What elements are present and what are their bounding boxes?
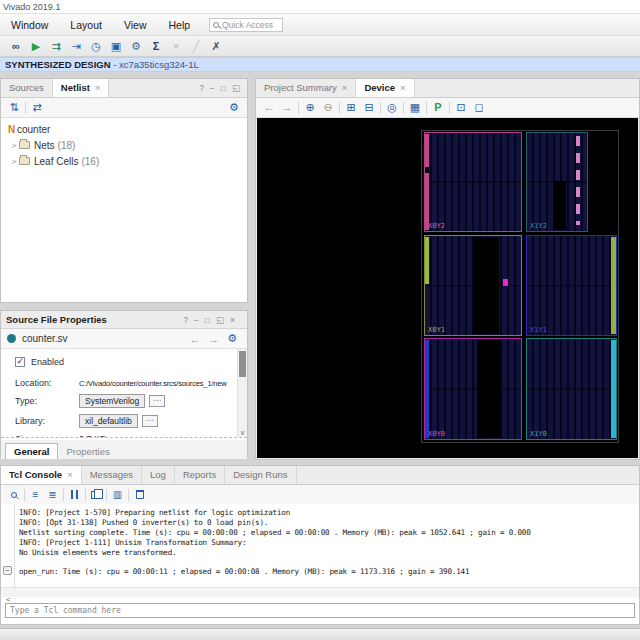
type-row: Type: SystemVerilog ···: [15, 393, 233, 409]
zoom-out-icon[interactable]: ⊖: [319, 98, 337, 117]
file-nav: ← → ⚙: [185, 332, 241, 345]
tab-sources[interactable]: Sources: [1, 79, 53, 97]
tab-general[interactable]: General: [5, 443, 58, 459]
tree-item-nets[interactable]: > Nets (18): [1, 137, 247, 153]
horizontal-scrollbar[interactable]: <: [1, 587, 639, 597]
tab-properties[interactable]: Properties: [58, 444, 117, 459]
pblock-icon[interactable]: P: [429, 98, 447, 117]
draw-pblock-icon[interactable]: ⊡: [452, 98, 470, 117]
vertical-scrollbar[interactable]: ∨: [237, 349, 247, 437]
console-output[interactable]: INFO: [Project 1-570] Preparing netlist …: [1, 504, 639, 599]
clock-region-x1y2[interactable]: X1Y2: [526, 132, 588, 232]
close-icon[interactable]: ×: [67, 469, 73, 480]
fabric-gap: [553, 181, 566, 230]
autofit-selection-icon[interactable]: ◎: [383, 98, 401, 117]
region-fabric: [527, 236, 616, 335]
maximize-icon[interactable]: □: [218, 79, 229, 97]
collapse-toggle-icon[interactable]: −: [3, 566, 12, 575]
tab-log[interactable]: Log: [142, 466, 175, 484]
find-icon[interactable]: ∞: [6, 36, 26, 56]
tcl-command-input[interactable]: [5, 603, 635, 618]
close-disabled-icon: ×: [166, 36, 186, 56]
clock-region-x0y2[interactable]: X0Y2: [424, 132, 522, 232]
search-icon[interactable]: [11, 492, 17, 498]
chevron-right-icon[interactable]: >: [9, 141, 19, 150]
clock-region-x0y1[interactable]: X0Y1: [424, 235, 522, 336]
tab-reports[interactable]: Reports: [175, 466, 225, 484]
expand-all-icon[interactable]: ≣: [44, 486, 61, 504]
scrollbar-thumb[interactable]: [239, 351, 246, 377]
gear-icon[interactable]: ⚙: [225, 98, 243, 117]
relaunch-icon[interactable]: ⇥: [66, 36, 86, 56]
help-icon[interactable]: ?: [180, 311, 191, 329]
zoom-fit-icon[interactable]: ⊞: [342, 98, 360, 117]
panel-window-controls: ? − □ ◱ ×: [180, 311, 242, 329]
placed-cell-highlight[interactable]: [503, 279, 508, 286]
word-wrap-icon[interactable]: ▥: [109, 486, 126, 504]
clock-region-x1y1[interactable]: X1Y1: [526, 235, 617, 336]
settings-icon[interactable]: ⚙: [126, 36, 146, 56]
minimize-icon[interactable]: −: [207, 79, 218, 97]
tree-item-leaf-cells[interactable]: > Leaf Cells (16): [1, 153, 247, 169]
region-label: X0Y0: [428, 430, 445, 438]
tab-tcl-console[interactable]: Tcl Console×: [1, 466, 82, 484]
step-icon[interactable]: ⇉: [46, 36, 66, 56]
properties-body: Enabled Location: C:/Vivado/counter/coun…: [1, 349, 247, 437]
sum-icon[interactable]: Σ: [146, 36, 166, 56]
disconnect-icon[interactable]: ✗: [206, 36, 226, 56]
maximize-icon[interactable]: □: [202, 311, 213, 329]
tab-device[interactable]: Device×: [356, 79, 414, 97]
clock-region-x0y0[interactable]: X0Y0: [424, 338, 522, 440]
tab-messages[interactable]: Messages: [82, 466, 142, 484]
properties-bottom-tabs: General Properties: [1, 440, 247, 459]
close-icon[interactable]: ×: [95, 82, 101, 93]
select-area-icon[interactable]: ◻: [470, 98, 488, 117]
clock-region-x1y0[interactable]: X1Y0: [526, 338, 617, 440]
close-icon[interactable]: ×: [400, 82, 406, 93]
pause-icon[interactable]: [71, 490, 78, 499]
library-row: Library: xil_defaultlib ···: [15, 413, 233, 429]
scroll-down-icon[interactable]: ∨: [238, 429, 247, 437]
float-icon[interactable]: ◱: [229, 79, 243, 97]
region-label: X1Y1: [530, 326, 547, 334]
type-browse-button[interactable]: ···: [149, 395, 165, 407]
quick-access-search[interactable]: Quick Access: [209, 18, 283, 32]
menu-view[interactable]: View: [113, 14, 158, 36]
close-icon[interactable]: ×: [342, 82, 348, 93]
forward-icon[interactable]: →: [278, 98, 296, 117]
help-icon[interactable]: ?: [196, 79, 207, 97]
chevron-right-icon[interactable]: >: [9, 157, 19, 166]
back-icon[interactable]: ←: [260, 98, 278, 117]
collapse-all-icon[interactable]: ⇅: [5, 98, 23, 117]
menu-window[interactable]: Window: [0, 14, 59, 36]
copy-icon[interactable]: [91, 491, 98, 499]
type-value-box[interactable]: SystemVerilog: [79, 394, 145, 408]
zoom-in-icon[interactable]: ⊕: [301, 98, 319, 117]
menu-help[interactable]: Help: [157, 14, 201, 36]
sync-icon[interactable]: ⇄: [28, 98, 46, 117]
float-icon[interactable]: ◱: [213, 311, 227, 329]
library-value-box[interactable]: xil_defaultlib: [79, 414, 138, 428]
library-browse-button[interactable]: ···: [142, 415, 158, 427]
back-icon[interactable]: ←: [185, 333, 204, 345]
tree-root-row[interactable]: N counter: [1, 121, 247, 137]
zoom-selection-icon[interactable]: ⊟: [360, 98, 378, 117]
timer-icon[interactable]: ◷: [86, 36, 106, 56]
close-icon[interactable]: ×: [227, 311, 238, 329]
menu-layout[interactable]: Layout: [59, 14, 113, 36]
report-icon[interactable]: ▣: [106, 36, 126, 56]
collapse-all-icon[interactable]: ≡: [27, 486, 44, 504]
routing-resources-icon[interactable]: ▦: [406, 98, 424, 117]
status-bar: [0, 628, 640, 640]
tab-project-summary[interactable]: Project Summary×: [256, 79, 356, 97]
clear-console-icon[interactable]: [136, 490, 144, 499]
tab-design-runs[interactable]: Design Runs: [225, 466, 296, 484]
gear-icon[interactable]: ⚙: [223, 332, 241, 345]
enabled-checkbox[interactable]: [15, 357, 25, 367]
forward-icon[interactable]: →: [204, 333, 223, 345]
quick-access-placeholder: Quick Access: [222, 20, 273, 30]
run-icon[interactable]: ▶: [26, 36, 46, 56]
minimize-icon[interactable]: −: [191, 311, 202, 329]
device-canvas[interactable]: X0Y2 X1Y2 X0Y1 X1Y1: [257, 118, 638, 458]
tab-netlist[interactable]: Netlist×: [53, 79, 110, 97]
